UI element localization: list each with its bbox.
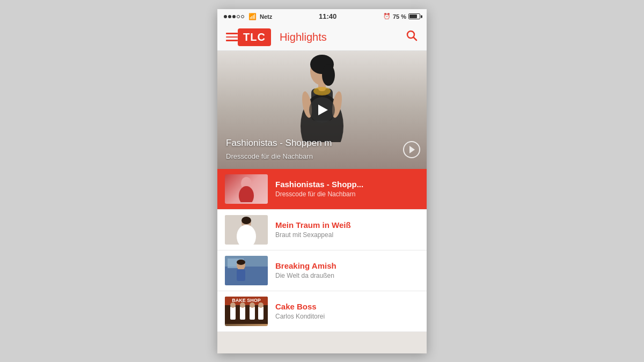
play-triangle-icon bbox=[318, 105, 328, 115]
hero-woman-figure bbox=[284, 51, 360, 142]
search-button[interactable] bbox=[405, 29, 418, 45]
signal-dot-1 bbox=[224, 15, 227, 18]
battery-fill bbox=[409, 14, 417, 18]
thumb-weis-figure bbox=[225, 215, 268, 245]
item-title: Breaking Amish bbox=[275, 261, 419, 270]
svg-rect-19 bbox=[225, 267, 268, 285]
thumb-amish-figure bbox=[225, 256, 268, 285]
hero-next-button[interactable] bbox=[403, 141, 420, 158]
svg-rect-16 bbox=[242, 227, 251, 235]
svg-rect-33 bbox=[258, 306, 264, 320]
hamburger-button[interactable] bbox=[226, 33, 238, 41]
svg-point-34 bbox=[258, 302, 264, 308]
nav-bar: TLC Highlights bbox=[217, 24, 427, 51]
hamburger-line-2 bbox=[226, 36, 238, 38]
hero-section: Fashionistas - Shoppen m Dresscode für d… bbox=[217, 51, 427, 169]
item-info: Fashionistas - Shopp... Dresscode für di… bbox=[275, 180, 419, 198]
list-item[interactable]: Fashionistas - Shopp... Dresscode für di… bbox=[217, 169, 427, 210]
thumb-cake-figure: BAKE SHOP bbox=[225, 297, 268, 324]
thumb-cake: BAKE SHOP bbox=[225, 297, 268, 326]
item-thumbnail: BAKE SHOP bbox=[225, 297, 268, 326]
item-info: Cake Boss Carlos Konditorei bbox=[275, 302, 419, 320]
wifi-icon: 📶 bbox=[248, 13, 257, 20]
svg-rect-27 bbox=[230, 306, 236, 320]
alarm-icon: ⏰ bbox=[383, 13, 391, 20]
thumb-figure-icon bbox=[233, 175, 260, 202]
battery-percent: 75 % bbox=[393, 13, 406, 20]
signal-dots bbox=[224, 15, 244, 18]
item-thumbnail bbox=[225, 174, 268, 204]
item-title: Mein Traum in Weiß bbox=[275, 220, 419, 230]
svg-rect-31 bbox=[250, 306, 255, 320]
chevron-right-icon bbox=[409, 146, 415, 153]
status-right: ⏰ 75 % bbox=[383, 13, 420, 20]
list-item[interactable]: Mein Traum in Weiß Braut mit Sexappeal bbox=[217, 210, 427, 250]
svg-point-8 bbox=[313, 87, 331, 95]
hero-subtitle: Dresscode für die Nachbarn bbox=[226, 152, 313, 160]
hamburger-line-1 bbox=[226, 33, 238, 34]
nav-title: Highlights bbox=[275, 31, 405, 43]
item-thumbnail bbox=[225, 215, 268, 245]
status-bar: 📶 Netz 11:40 ⏰ 75 % bbox=[217, 9, 427, 24]
item-title: Fashionistas - Shopp... bbox=[275, 180, 419, 189]
svg-rect-29 bbox=[240, 306, 245, 320]
signal-dot-4 bbox=[237, 15, 240, 18]
tlc-logo[interactable]: TLC bbox=[238, 28, 271, 46]
status-left: 📶 Netz bbox=[224, 13, 272, 20]
svg-point-7 bbox=[322, 64, 335, 86]
item-thumbnail bbox=[225, 256, 268, 285]
svg-point-32 bbox=[250, 302, 255, 308]
item-subtitle: Die Welt da draußen bbox=[275, 272, 419, 279]
svg-point-28 bbox=[230, 302, 236, 308]
svg-text:BAKE SHOP: BAKE SHOP bbox=[232, 298, 261, 303]
highlights-list: Fashionistas - Shopp... Dresscode für di… bbox=[217, 169, 427, 332]
svg-point-12 bbox=[239, 186, 254, 202]
signal-dot-5 bbox=[241, 15, 244, 18]
hero-title: Fashionistas - Shoppen m bbox=[226, 138, 332, 149]
item-subtitle: Carlos Konditorei bbox=[275, 313, 419, 320]
thumb-amish bbox=[225, 256, 268, 285]
battery-icon bbox=[408, 13, 420, 19]
item-info: Breaking Amish Die Welt da draußen bbox=[275, 261, 419, 279]
signal-dot-2 bbox=[228, 15, 231, 18]
status-time: 11:40 bbox=[319, 12, 336, 20]
item-info: Mein Traum in Weiß Braut mit Sexappeal bbox=[275, 220, 419, 239]
hamburger-line-3 bbox=[226, 40, 238, 41]
item-subtitle: Braut mit Sexappeal bbox=[275, 231, 419, 239]
svg-point-30 bbox=[240, 302, 245, 308]
svg-line-1 bbox=[414, 38, 417, 41]
item-subtitle: Dresscode für die Nachbarn bbox=[275, 190, 419, 198]
thumb-weis bbox=[225, 215, 268, 245]
thumb-fashionistas bbox=[225, 174, 268, 204]
list-item[interactable]: BAKE SHOP Cake Boss Carlos Kondit bbox=[217, 291, 427, 332]
item-title: Cake Boss bbox=[275, 302, 419, 311]
play-button[interactable] bbox=[309, 97, 335, 123]
search-icon bbox=[405, 29, 418, 42]
bottom-filler bbox=[217, 332, 427, 353]
signal-dot-3 bbox=[232, 15, 236, 18]
list-item[interactable]: Breaking Amish Die Welt da draußen bbox=[217, 250, 427, 291]
svg-point-17 bbox=[241, 217, 251, 224]
carrier-label: Netz bbox=[260, 13, 272, 20]
svg-rect-22 bbox=[237, 269, 245, 281]
phone-wrapper: 📶 Netz 11:40 ⏰ 75 % TLC Highlights bbox=[217, 9, 427, 353]
svg-point-23 bbox=[237, 260, 245, 265]
